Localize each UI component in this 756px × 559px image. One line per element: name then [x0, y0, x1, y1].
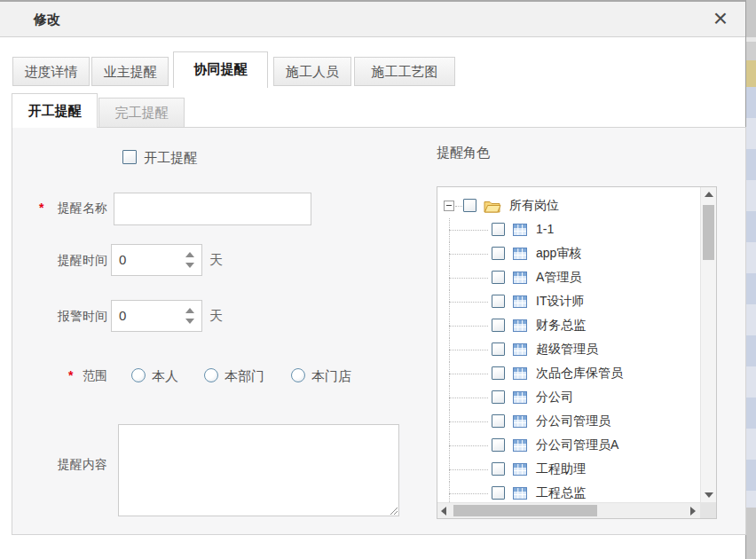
scroll-right-icon[interactable]: [686, 503, 700, 518]
subtab-start-reminder[interactable]: 开工提醒: [12, 93, 98, 128]
scope-label: 范围: [48, 368, 107, 384]
reminder-name-label: 提醒名称: [48, 201, 107, 217]
close-icon[interactable]: ×: [706, 4, 735, 34]
tab-owner-reminder[interactable]: 业主提醒: [91, 57, 169, 86]
tree-root-checkbox[interactable]: [463, 199, 476, 212]
role-checkbox[interactable]: [492, 342, 505, 356]
scope-option-department-label: 本部门: [224, 368, 264, 385]
role-label[interactable]: 分公司管理员A: [536, 437, 618, 453]
tree-row: 分公司管理员A: [437, 434, 700, 458]
collapse-icon[interactable]: [444, 201, 454, 211]
remind-time-label: 提醒时间: [48, 253, 107, 269]
role-label[interactable]: 超级管理员: [536, 342, 598, 358]
start-reminder-panel: 开工提醒 * 提醒名称 提醒时间 0 天 报警时间 0: [12, 127, 746, 535]
background-table-rows: [746, 87, 756, 508]
screen: 修改 × 进度详情 业主提醒 协同提醒 施工人员 施工工艺图 开工提醒 完工提醒…: [0, 0, 756, 559]
horizontal-scroll-thumb[interactable]: [453, 505, 597, 516]
tree-row: A管理员: [437, 266, 700, 290]
role-table-icon: [513, 414, 527, 431]
stepper-up-icon[interactable]: [185, 308, 194, 313]
subtab-finish-reminder[interactable]: 完工提醒: [98, 98, 185, 128]
tree-root-label[interactable]: 所有岗位: [509, 198, 559, 214]
scope-option-self-label: 本人: [152, 368, 178, 385]
role-checkbox[interactable]: [492, 295, 505, 308]
tab-collab-reminder[interactable]: 协同提醒: [173, 51, 268, 88]
roles-header: 提醒角色: [437, 145, 490, 161]
role-checkbox[interactable]: [492, 247, 505, 260]
stepper-down-icon[interactable]: [185, 263, 194, 268]
role-label[interactable]: 工程助理: [536, 461, 586, 477]
horizontal-scrollbar[interactable]: [437, 502, 716, 518]
scope-radio-store[interactable]: [291, 368, 305, 382]
tree-row: 工程总监: [437, 482, 700, 502]
vertical-scroll-thumb[interactable]: [703, 205, 714, 260]
tree-row: 分公司: [437, 386, 700, 410]
stepper-up-icon[interactable]: [185, 252, 194, 257]
role-checkbox[interactable]: [492, 366, 505, 380]
role-table-icon: [513, 486, 527, 502]
role-table-icon: [513, 319, 527, 335]
role-checkbox[interactable]: [492, 390, 505, 404]
background-page-sliver: [746, 0, 756, 559]
horizontal-scroll-track[interactable]: [452, 503, 686, 518]
alarm-time-unit: 天: [209, 308, 223, 325]
tree-row: 超级管理员: [437, 338, 700, 362]
tab-process-diagram[interactable]: 施工工艺图: [354, 57, 455, 86]
tree-row: 1-1: [437, 218, 700, 242]
reminder-name-input[interactable]: [114, 193, 311, 225]
remind-time-value: 0: [119, 252, 126, 267]
stepper-down-icon[interactable]: [185, 319, 194, 324]
role-label[interactable]: 次品仓库保管员: [536, 366, 623, 382]
background-table-header: [746, 0, 756, 37]
role-table-icon: [513, 247, 527, 264]
reminder-content-textarea[interactable]: [118, 424, 399, 516]
tab-progress-detail[interactable]: 进度详情: [12, 57, 90, 86]
role-table-icon: [513, 271, 527, 287]
role-label[interactable]: A管理员: [536, 270, 581, 286]
role-table-icon: [513, 223, 527, 240]
alarm-time-label: 报警时间: [48, 309, 107, 325]
tree-row: 财务总监: [437, 314, 700, 338]
role-table-icon: [513, 342, 527, 359]
role-checkbox[interactable]: [492, 319, 505, 332]
role-table-icon: [513, 366, 527, 383]
background-selected-row: [746, 60, 756, 87]
alarm-time-value: 0: [119, 308, 126, 323]
scroll-down-icon[interactable]: [701, 488, 716, 502]
role-label[interactable]: app审核: [536, 246, 581, 262]
enable-start-reminder-label: 开工提醒: [144, 150, 197, 167]
role-checkbox[interactable]: [492, 414, 505, 428]
role-label[interactable]: 1-1: [536, 222, 554, 236]
role-label[interactable]: 工程总监: [536, 485, 586, 501]
role-checkbox[interactable]: [492, 271, 505, 284]
reminder-content-label: 提醒内容: [48, 457, 107, 473]
tree-root-row: 所有岗位: [437, 194, 700, 218]
scroll-left-icon[interactable]: [437, 503, 452, 518]
roles-tree-content: 所有岗位 1-1 app审核 A管理员 IT设计师 财务总监 超级管理员 次品仓…: [437, 187, 700, 502]
scope-radio-self[interactable]: [131, 368, 146, 382]
role-table-icon: [513, 295, 527, 311]
scope-option-store-label: 本门店: [311, 368, 351, 385]
enable-start-reminder-checkbox[interactable]: [122, 150, 137, 164]
scroll-up-icon[interactable]: [701, 187, 716, 201]
role-checkbox[interactable]: [492, 438, 505, 452]
role-checkbox[interactable]: [492, 223, 505, 236]
tab-construction-staff[interactable]: 施工人员: [273, 57, 351, 86]
role-label[interactable]: IT设计师: [536, 294, 584, 310]
folder-icon: [484, 199, 501, 217]
required-marker: *: [39, 201, 43, 215]
role-checkbox[interactable]: [492, 486, 505, 500]
tree-row: 分公司管理员: [437, 410, 700, 434]
scope-radio-department[interactable]: [204, 368, 218, 382]
role-label[interactable]: 分公司管理员: [536, 413, 610, 429]
alarm-time-stepper[interactable]: 0: [111, 300, 202, 332]
role-label[interactable]: 分公司: [536, 390, 573, 405]
vertical-scrollbar[interactable]: [700, 187, 716, 502]
roles-tree: 所有岗位 1-1 app审核 A管理员 IT设计师 财务总监 超级管理员 次品仓…: [437, 186, 717, 519]
remind-time-stepper[interactable]: 0: [111, 244, 202, 276]
vertical-scroll-track[interactable]: [701, 201, 716, 488]
role-checkbox[interactable]: [492, 462, 505, 476]
tree-row: app审核: [437, 242, 700, 266]
role-table-icon: [513, 390, 527, 407]
role-label[interactable]: 财务总监: [536, 318, 586, 334]
